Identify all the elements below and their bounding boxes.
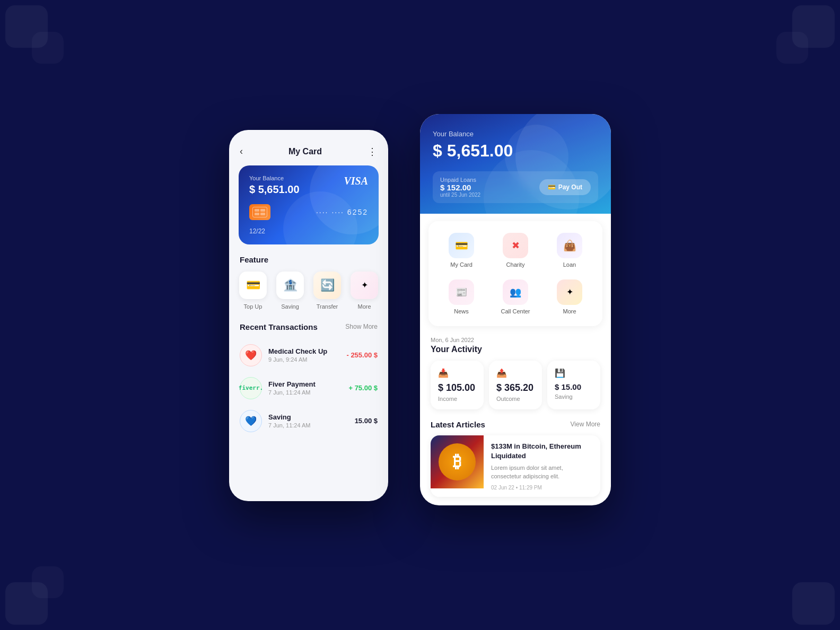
more-menu-icon-wrap: ✦ (557, 279, 582, 305)
transaction-info: Fiver Payment 7 Jun, 11:24 AM (268, 380, 342, 396)
articles-section: Latest Articles View More ₿ $133M in Bit… (420, 417, 611, 505)
income-label: Income (438, 396, 476, 402)
more-label: More (357, 303, 371, 310)
loans-row: Unpaid Loans $ 152.00 until 25 Jun 2022 … (433, 171, 598, 203)
more-menu-label: More (563, 308, 576, 314)
saving-icon: 🏦 (283, 278, 298, 292)
callcenter-icon: 👥 (510, 286, 521, 298)
more-options-button[interactable]: ⋮ (368, 146, 378, 158)
news-icon: 📰 (456, 286, 467, 298)
card-number: ···· ···· 6252 (316, 208, 368, 216)
menu-card: 💳 My Card ✖ Charity 👜 Loan (428, 221, 602, 326)
card-expiry: 12/22 (249, 228, 368, 235)
payout-label: Pay Out (558, 183, 582, 191)
menu-item-news[interactable]: 📰 News (437, 276, 486, 318)
unpaid-date: until 25 Jun 2022 (440, 192, 480, 198)
transaction-date: 7 Jun, 11:24 AM (268, 422, 348, 428)
transaction-amount: 15.00 $ (355, 417, 378, 425)
article-image: ₿ (431, 435, 484, 488)
payout-icon: 💳 (548, 183, 556, 191)
more-icon: ✦ (361, 280, 368, 290)
article-meta: 02 Jun 22 • 11:29 PM (491, 485, 593, 491)
saving-activity-icon: 💾 (555, 368, 593, 378)
income-amount: $ 105.00 (438, 382, 476, 393)
loan-icon: 👜 (563, 239, 576, 252)
bg-decoration (792, 582, 835, 625)
callcenter-icon-wrap: 👥 (503, 279, 528, 305)
news-icon-wrap: 📰 (449, 279, 474, 305)
charity-icon: ✖ (512, 240, 520, 251)
outcome-icon: 📤 (496, 368, 535, 378)
header-decoration (505, 125, 568, 188)
outcome-amount: $ 365.20 (496, 382, 535, 393)
transaction-date: 9 Jun, 9:24 AM (268, 356, 340, 363)
balance-header: Your Balance $ 5,651.00 Unpaid Loans $ 1… (420, 114, 611, 214)
phones-container: ‹ My Card ⋮ VISA Your Balance $ 5,651.00… (229, 130, 611, 521)
more-icon-wrap: ✦ (351, 272, 378, 299)
chip-cell (260, 213, 265, 215)
saving-icon-wrap: 🏦 (276, 272, 304, 299)
phone-header: ‹ My Card ⋮ (229, 141, 388, 165)
fiverr-logo-text: fiverr. (239, 384, 263, 391)
saving-activity-amount: $ 15.00 (555, 382, 593, 391)
menu-item-charity[interactable]: ✖ Charity (491, 230, 540, 271)
feature-section-title: Feature (229, 255, 388, 264)
transaction-amount: + 75.00 $ (348, 384, 378, 392)
mycard-label: My Card (450, 261, 472, 268)
topup-label: Top Up (244, 303, 262, 310)
back-button[interactable]: ‹ (240, 146, 243, 157)
activity-title: Your Activity (431, 345, 600, 354)
menu-item-mycard[interactable]: 💳 My Card (437, 230, 486, 271)
topup-icon: 💳 (246, 278, 260, 292)
saving-tx-icon: 💙 (240, 410, 262, 432)
feature-item-more[interactable]: ✦ More (351, 272, 378, 310)
payout-button[interactable]: 💳 Pay Out (539, 179, 591, 195)
feature-item-topup[interactable]: 💳 Top Up (239, 272, 267, 310)
right-phone: Your Balance $ 5,651.00 Unpaid Loans $ 1… (420, 114, 611, 505)
feature-item-saving[interactable]: 🏦 Saving (276, 272, 304, 310)
menu-grid: 💳 My Card ✖ Charity 👜 Loan (437, 230, 594, 318)
fiverr-icon: fiverr. (240, 377, 262, 399)
transactions-title: Recent Transactions (240, 322, 318, 331)
article-card-bitcoin[interactable]: ₿ $133M in Bitcoin, Ethereum Liquidated … (431, 435, 600, 497)
loan-icon-wrap: 👜 (557, 233, 582, 258)
mycard-icon: 💳 (455, 239, 468, 252)
menu-item-more[interactable]: ✦ More (545, 276, 594, 318)
page-title: My Card (288, 147, 322, 156)
saving-label: Saving (281, 303, 299, 310)
transaction-item-medical: ❤️ Medical Check Up 9 Jun, 9:24 AM - 255… (229, 339, 388, 372)
feature-item-transfer[interactable]: 🔄 Transfer (313, 272, 341, 310)
left-phone: ‹ My Card ⋮ VISA Your Balance $ 5,651.00… (229, 130, 388, 501)
view-more-button[interactable]: View More (571, 421, 600, 428)
income-card: 📥 $ 105.00 Income (431, 361, 484, 409)
transaction-amount: - 255.00 $ (346, 351, 378, 359)
card-balance-label: Your Balance (249, 175, 368, 181)
transfer-label: Transfer (317, 303, 338, 310)
transaction-item-saving: 💙 Saving 7 Jun, 11:24 AM 15.00 $ (229, 405, 388, 438)
articles-title: Latest Articles (431, 420, 485, 429)
loan-label: Loan (563, 261, 576, 268)
chip-cell (255, 213, 259, 215)
menu-item-callcenter[interactable]: 👥 Call Center (491, 276, 540, 318)
activity-cards: 📥 $ 105.00 Income 📤 $ 365.20 Outcome 💾 $… (431, 361, 600, 409)
income-icon: 📥 (438, 368, 476, 378)
show-more-button[interactable]: Show More (345, 323, 378, 330)
news-label: News (454, 308, 469, 314)
outcome-label: Outcome (496, 396, 535, 402)
unpaid-amount: $ 152.00 (440, 183, 480, 192)
bitcoin-icon: ₿ (439, 443, 476, 480)
activity-section: Mon, 6 Jun 2022 Your Activity 📥 $ 105.00… (420, 334, 611, 417)
transfer-icon: 🔄 (320, 278, 335, 292)
transfer-icon-wrap: 🔄 (313, 272, 341, 299)
chip-cell (255, 209, 259, 212)
unpaid-loans-info: Unpaid Loans $ 152.00 until 25 Jun 2022 (440, 177, 480, 198)
card-chip (249, 204, 270, 220)
bg-decoration (776, 32, 808, 64)
article-description: Lorem ipsum dolor sit amet, consectetur … (491, 464, 593, 480)
menu-item-loan[interactable]: 👜 Loan (545, 230, 594, 271)
card-middle-row: ···· ···· 6252 (249, 204, 368, 220)
articles-header: Latest Articles View More (431, 420, 600, 429)
activity-date: Mon, 6 Jun 2022 (431, 337, 600, 343)
feature-grid: 💳 Top Up 🏦 Saving 🔄 Transfer ✦ (229, 272, 388, 310)
unpaid-label: Unpaid Loans (440, 177, 480, 183)
